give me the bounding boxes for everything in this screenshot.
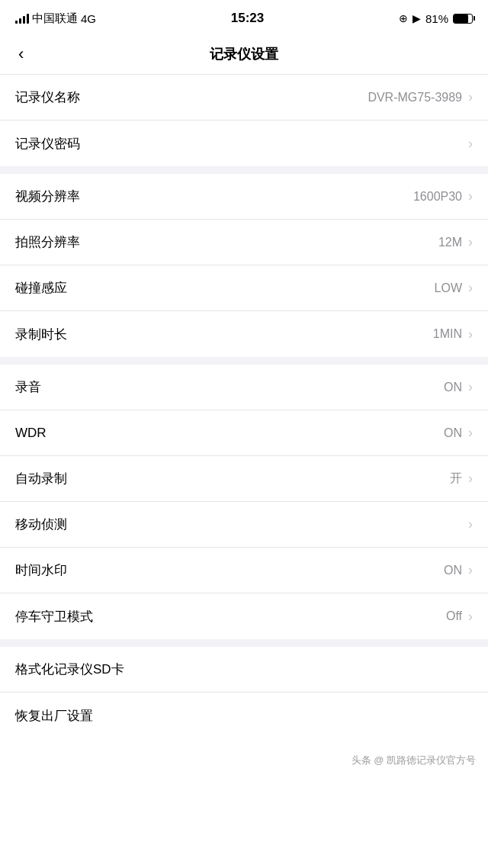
right-dvr-password: › — [462, 136, 473, 152]
section-video: 视频分辨率 1600P30 › 拍照分辨率 12M › 碰撞感应 LOW › 录… — [0, 174, 488, 357]
chevron-dvr-name-icon: › — [468, 89, 473, 105]
label-dvr-name: 记录仪名称 — [15, 88, 80, 106]
right-auto-record: 开 › — [450, 471, 473, 487]
watermark-text: 头条 @ 凯路徳记录仪官方号 — [352, 754, 476, 766]
section-basic: 记录仪名称 DVR-MG75-3989 › 记录仪密码 › — [0, 75, 488, 166]
label-dvr-password: 记录仪密码 — [15, 135, 80, 153]
right-photo-resolution: 12M › — [438, 234, 473, 250]
label-recording-duration: 录制时长 — [15, 326, 67, 343]
label-factory-reset: 恢复出厂设置 — [15, 707, 93, 725]
nav-header: ‹ 记录仪设置 — [0, 34, 488, 75]
chevron-video-resolution-icon: › — [468, 188, 473, 204]
section-system: 格式化记录仪SD卡 恢复出厂设置 — [0, 647, 488, 738]
label-photo-resolution: 拍照分辨率 — [15, 233, 80, 251]
item-motion-detection[interactable]: 移动侦测 › — [0, 502, 488, 548]
label-auto-record: 自动录制 — [15, 470, 67, 487]
right-motion-detection: › — [462, 516, 473, 532]
carrier-label: 中国联通 — [32, 11, 78, 26]
value-dvr-name: DVR-MG75-3989 — [368, 91, 462, 104]
right-timestamp: ON › — [444, 562, 473, 578]
right-video-resolution: 1600P30 › — [413, 188, 473, 204]
divider-3 — [0, 639, 488, 647]
signal-bars-icon — [15, 13, 29, 24]
chevron-timestamp-icon: › — [468, 562, 473, 578]
battery-percent: 81% — [425, 12, 448, 25]
right-dvr-name: DVR-MG75-3989 › — [368, 89, 473, 105]
value-collision: LOW — [435, 281, 462, 295]
label-motion-detection: 移动侦测 — [15, 516, 67, 533]
chevron-photo-resolution-icon: › — [468, 234, 473, 250]
item-factory-reset[interactable]: 恢复出厂设置 — [0, 693, 488, 738]
back-button[interactable]: ‹ — [12, 38, 30, 70]
chevron-parking-mode-icon: › — [468, 609, 473, 625]
label-audio: 录音 — [15, 378, 41, 396]
chevron-auto-record-icon: › — [468, 471, 473, 487]
status-bar-left: 中国联通 4G — [15, 11, 96, 26]
value-timestamp: ON — [444, 564, 462, 577]
right-collision: LOW › — [435, 280, 473, 296]
right-wdr: ON › — [444, 425, 473, 441]
value-auto-record: 开 — [450, 471, 462, 487]
label-wdr: WDR — [15, 426, 47, 441]
page-title: 记录仪设置 — [210, 45, 278, 63]
chevron-collision-icon: › — [468, 280, 473, 296]
value-video-resolution: 1600P30 — [413, 190, 462, 204]
value-photo-resolution: 12M — [438, 236, 462, 249]
item-dvr-password[interactable]: 记录仪密码 › — [0, 121, 488, 166]
item-recording-duration[interactable]: 录制时长 1MIN › — [0, 311, 488, 357]
item-audio[interactable]: 录音 ON › — [0, 365, 488, 410]
label-timestamp: 时间水印 — [15, 561, 67, 579]
item-timestamp[interactable]: 时间水印 ON › — [0, 548, 488, 593]
item-wdr[interactable]: WDR ON › — [0, 410, 488, 456]
gps-icon: ▶ — [413, 12, 421, 24]
location-icon: ⊕ — [399, 12, 408, 24]
status-bar: 中国联通 4G 15:23 ⊕ ▶ 81% — [0, 0, 488, 34]
value-audio: ON — [444, 381, 462, 394]
footer-watermark: 头条 @ 凯路徳记录仪官方号 — [0, 738, 488, 775]
settings-content: 记录仪名称 DVR-MG75-3989 › 记录仪密码 › 视频分辨率 1600… — [0, 75, 488, 738]
battery-indicator — [453, 14, 473, 24]
network-label: 4G — [81, 12, 96, 25]
right-recording-duration: 1MIN › — [433, 326, 473, 342]
value-recording-duration: 1MIN — [433, 327, 462, 341]
chevron-recording-duration-icon: › — [468, 326, 473, 342]
right-parking-mode: Off › — [446, 609, 473, 625]
value-wdr: ON — [444, 426, 462, 440]
value-parking-mode: Off — [446, 609, 462, 623]
chevron-motion-detection-icon: › — [468, 516, 473, 532]
status-bar-time: 15:23 — [231, 11, 264, 26]
item-video-resolution[interactable]: 视频分辨率 1600P30 › — [0, 174, 488, 220]
item-photo-resolution[interactable]: 拍照分辨率 12M › — [0, 220, 488, 265]
label-parking-mode: 停车守卫模式 — [15, 608, 93, 625]
label-video-resolution: 视频分辨率 — [15, 188, 80, 205]
chevron-wdr-icon: › — [468, 425, 473, 441]
right-audio: ON › — [444, 379, 473, 395]
chevron-audio-icon: › — [468, 379, 473, 395]
item-parking-mode[interactable]: 停车守卫模式 Off › — [0, 593, 488, 639]
section-features: 录音 ON › WDR ON › 自动录制 开 › 移动侦测 › — [0, 365, 488, 639]
divider-2 — [0, 357, 488, 365]
divider-1 — [0, 166, 488, 174]
status-bar-right: ⊕ ▶ 81% — [399, 12, 473, 25]
item-dvr-name[interactable]: 记录仪名称 DVR-MG75-3989 › — [0, 75, 488, 121]
item-auto-record[interactable]: 自动录制 开 › — [0, 456, 488, 502]
chevron-dvr-password-icon: › — [468, 136, 473, 152]
item-collision[interactable]: 碰撞感应 LOW › — [0, 265, 488, 311]
label-format-sd: 格式化记录仪SD卡 — [15, 661, 124, 678]
label-collision: 碰撞感应 — [15, 279, 67, 297]
item-format-sd[interactable]: 格式化记录仪SD卡 — [0, 647, 488, 693]
